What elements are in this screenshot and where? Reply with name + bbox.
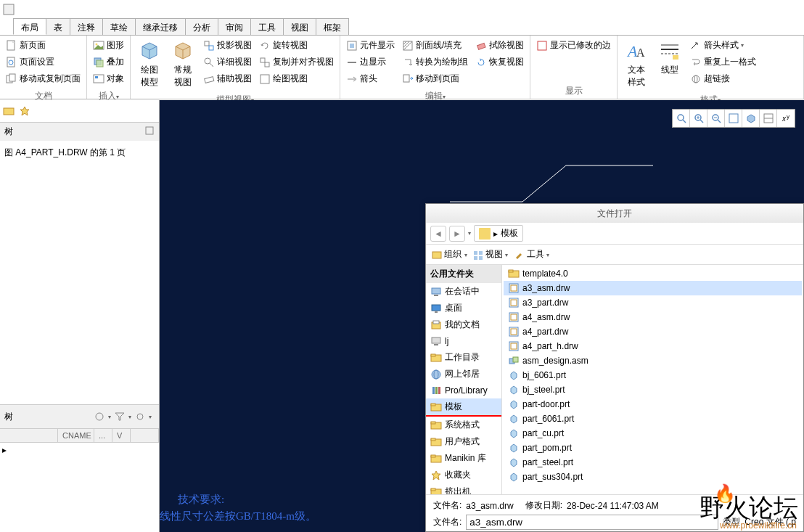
sidebar-item-7[interactable]: 模板 [426, 398, 501, 417]
tab-view[interactable]: 视图 [283, 18, 316, 35]
organize-menu[interactable]: 组织 ▾ [432, 248, 467, 261]
settings-icon[interactable] [134, 411, 146, 422]
file-item[interactable]: a4_part_h.drw [504, 339, 802, 353]
tab-review[interactable]: 审阅 [218, 18, 251, 35]
rotation-view-button[interactable]: 旋转视图 [256, 38, 337, 53]
views-menu[interactable]: 视图 ▾ [473, 248, 509, 261]
zoom-in-button[interactable] [690, 110, 707, 127]
sidebar-item-8[interactable]: 系统格式 [426, 417, 501, 433]
col-cname[interactable]: CNAME [58, 429, 94, 442]
projection-view-button[interactable]: 投影视图 [200, 38, 255, 53]
chevron-down-icon[interactable]: ▾ [443, 94, 446, 100]
insert-object-button[interactable]: 对象 [90, 71, 127, 86]
nav-history-dropdown[interactable]: ▾ [468, 230, 471, 237]
arrow-button[interactable]: 箭头 [343, 71, 398, 86]
drawing-view-button[interactable]: 绘图视图 [256, 71, 337, 86]
col-v[interactable]: V [112, 429, 131, 442]
file-item[interactable]: asm_design.asm [504, 353, 802, 368]
tab-inherit[interactable]: 继承迁移 [135, 18, 186, 35]
line-style-button[interactable]: 线型 [654, 38, 686, 78]
tab-table[interactable]: 表 [46, 18, 70, 35]
file-item[interactable]: bj_steel.prt [504, 382, 802, 397]
col-blank[interactable] [0, 429, 58, 442]
sidebar-item-6[interactable]: Pro/Library [426, 382, 501, 398]
tab-tools[interactable]: 工具 [250, 18, 284, 35]
file-item[interactable]: template4.0 [504, 266, 802, 281]
sidebar-item-12[interactable]: 挤出机 [426, 483, 501, 494]
sidebar-item-1[interactable]: 桌面 [426, 300, 501, 316]
file-item[interactable]: part_6061.prt [504, 412, 802, 426]
move-to-page-button[interactable]: 移动到页面 [399, 71, 471, 86]
text-style-button[interactable]: AA 文本 样式 [620, 38, 652, 90]
breadcrumb[interactable]: ▸ 模板 [474, 225, 523, 242]
chevron-down-icon[interactable]: ▾ [741, 42, 744, 49]
copy-align-view-button[interactable]: 复制并对齐视图 [256, 54, 337, 70]
restore-view-button[interactable]: 恢复视图 [472, 54, 527, 70]
component-display-button[interactable]: 元件显示 [343, 38, 398, 53]
tab-analysis[interactable]: 分析 [185, 18, 218, 35]
tab-annotate[interactable]: 注释 [70, 18, 103, 35]
sidebar-item-5[interactable]: 网上邻居 [426, 366, 501, 382]
arrow-style-button[interactable]: 箭头样式▾ [687, 38, 759, 53]
tab-sketch[interactable]: 草绘 [102, 18, 136, 35]
page-setup-button[interactable]: 页面设置 [3, 54, 83, 70]
file-item[interactable]: part_cu.prt [504, 426, 802, 441]
side-display-button[interactable]: 边显示 [343, 54, 398, 70]
nav-back-button[interactable]: ◄ [430, 226, 446, 242]
zoom-fit-button[interactable] [673, 110, 690, 127]
file-item[interactable]: a4_asm.drw [504, 310, 802, 324]
file-item[interactable]: a3_asm.drw [504, 281, 802, 295]
tree2-expand[interactable]: ▸ [0, 443, 159, 457]
file-item[interactable]: bj_6061.prt [504, 368, 802, 382]
move-copy-page-button[interactable]: 移动或复制页面 [3, 71, 83, 86]
col-last[interactable] [131, 429, 159, 442]
file-item[interactable]: part_steel.prt [504, 455, 802, 470]
show-icon[interactable] [94, 411, 105, 422]
repeat-format-button[interactable]: 重复上一格式 [687, 54, 759, 70]
file-item[interactable]: part_pom.prt [504, 441, 802, 455]
annotation-display-button[interactable]: xy [777, 110, 795, 127]
sidebar-item-2[interactable]: 我的文档 [426, 316, 501, 333]
detail-view-button[interactable]: 详细视图 [200, 54, 255, 70]
sidebar-item-10[interactable]: Manikin 库 [426, 450, 501, 467]
sidebar-item-4[interactable]: 工作目录 [426, 349, 501, 366]
sidebar-item-3[interactable]: lj [426, 333, 501, 349]
convert-draw-group-button[interactable]: 转换为绘制组 [399, 54, 471, 70]
insert-overlay-button[interactable]: 叠加 [90, 54, 127, 70]
col-dots[interactable]: ... [94, 429, 112, 442]
fav-icon[interactable] [19, 105, 30, 117]
sidebar-item-11[interactable]: 收藏夹 [426, 467, 501, 483]
aux-view-button[interactable]: 辅助视图 [200, 71, 255, 86]
tree-item[interactable]: 图 A4_PART_H.DRW 的第 1 页 [4, 147, 126, 157]
show-modified-edges-button[interactable]: 显示已修改的边 [533, 38, 614, 53]
file-item[interactable]: part_sus304.prt [504, 470, 802, 484]
breadcrumb-item[interactable]: 模板 [501, 227, 518, 240]
folder-tree-icon[interactable] [3, 105, 15, 117]
sidebar-item-0[interactable]: 在会话中 [426, 283, 501, 300]
general-view-button[interactable]: 常规 视图 [167, 38, 199, 90]
nav-forward-button[interactable]: ► [449, 226, 465, 242]
settings-icon[interactable] [144, 126, 155, 138]
datum-display-button[interactable] [760, 110, 777, 127]
sidebar-item-9[interactable]: 用户格式 [426, 433, 501, 450]
tab-frame[interactable]: 框架 [316, 18, 349, 35]
file-item[interactable]: part-door.prt [504, 397, 802, 412]
section-fill-button[interactable]: 剖面线/填充 [399, 38, 471, 53]
zoom-out-button[interactable] [707, 110, 725, 127]
file-item[interactable]: a3_part.drw [504, 295, 802, 310]
filter-icon[interactable] [114, 411, 126, 422]
tab-layout[interactable]: 布局 [13, 18, 46, 35]
new-page-button[interactable]: 新页面 [3, 38, 83, 53]
delete-view-button[interactable]: 拭除视图 [472, 38, 527, 53]
tools-menu[interactable]: 工具 ▾ [514, 248, 549, 261]
drawing-model-button[interactable]: 绘图 模型 [134, 38, 165, 90]
hyperlink-button[interactable]: 超链接 [687, 71, 759, 86]
insert-graphic-button[interactable]: 图形 [90, 38, 127, 53]
ribbon-group-modelview: 绘图 模型 常规 视图 投影视图 详细视图 辅助视图 旋转视图 复制并对齐视图 … [131, 36, 340, 99]
file-item[interactable]: a4_part.drw [504, 324, 802, 339]
filename-input[interactable] [466, 515, 718, 530]
display-style-button[interactable] [742, 110, 760, 127]
qa-icon[interactable] [3, 4, 15, 15]
chevron-down-icon[interactable]: ▾ [116, 94, 119, 100]
refit-button[interactable] [725, 110, 742, 127]
